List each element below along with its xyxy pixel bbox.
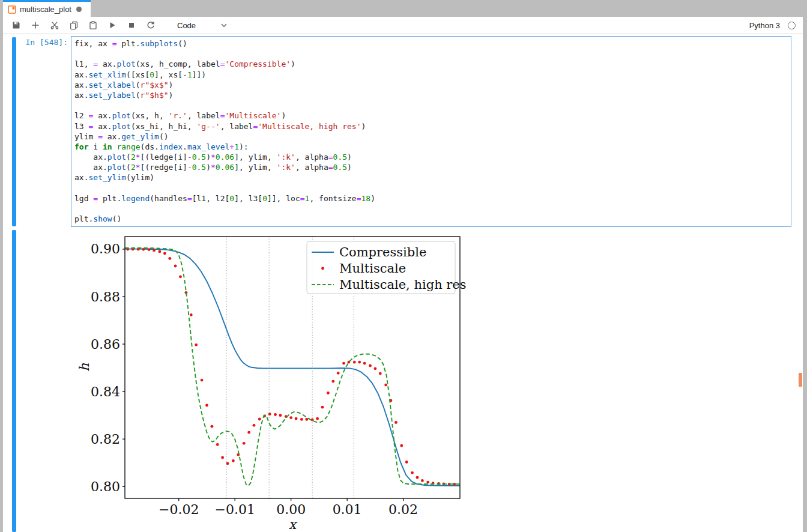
notebook-panel: In [548]: fix, ax = plt.subplots()​l1, =… — [3, 34, 803, 532]
save-icon — [11, 20, 21, 30]
kernel-name: Python 3 — [749, 21, 780, 30]
code-line: ​ — [74, 49, 791, 59]
input-collapser[interactable] — [12, 37, 16, 226]
stop-icon — [127, 20, 136, 30]
restart-icon — [146, 20, 156, 30]
legend-label: Compressible — [339, 245, 426, 259]
tab-title: multiscale_plot — [20, 5, 71, 14]
notebook-icon — [8, 5, 16, 14]
x-tick-label: 0.02 — [388, 502, 418, 517]
code-line: ax.set_xlim([xs[0], xs[-1]]) — [74, 70, 791, 80]
insert-cell-button[interactable] — [28, 18, 43, 32]
code-line: ax.set_xlabel(r"$x$") — [74, 80, 791, 90]
code-line: ​ — [74, 100, 791, 110]
code-line: lgd = plt.legend(handles=[l1, l2[0], l3[… — [74, 193, 791, 204]
restart-kernel-button[interactable] — [144, 18, 158, 32]
copy-cells-button[interactable] — [67, 18, 81, 32]
output-collapser[interactable] — [12, 230, 16, 532]
code-editor[interactable]: fix, ax = plt.subplots()​l1, = ax.plot(x… — [71, 36, 791, 227]
y-tick-label: 0.88 — [91, 289, 120, 304]
y-tick-label: 0.86 — [91, 337, 120, 352]
scrollbar-marker — [799, 373, 802, 387]
cell-type-dropdown[interactable]: Code — [176, 19, 229, 32]
kernel-indicator[interactable]: Python 3 — [749, 17, 796, 34]
x-tick-label: 0.01 — [333, 502, 362, 517]
code-line: ​ — [74, 183, 791, 193]
scissors-icon — [50, 20, 59, 30]
code-line: ​ — [74, 204, 791, 214]
kernel-status-icon — [788, 22, 796, 29]
code-line: ax.plot(2*[(ledge[i]-0.5)*0.06], ylim, '… — [74, 152, 791, 162]
code-line: fix, ax = plt.subplots() — [74, 38, 791, 49]
legend-label: Multiscale — [339, 261, 406, 276]
code-line: l2 = ax.plot(xs, h, 'r.', label='Multisc… — [74, 110, 791, 121]
code-line: ax.plot(2*[(redge[i]-0.5)*0.06], ylim, '… — [74, 162, 791, 172]
output-figure: 0.900.880.860.840.820.80−0.02−0.010.000.… — [77, 236, 467, 532]
x-tick-label: 0.00 — [276, 502, 306, 517]
x-tick-label: −0.02 — [159, 502, 199, 517]
y-tick-label: 0.80 — [91, 479, 120, 494]
code-line: ax.set_ylim(ylim) — [74, 172, 791, 183]
tab-multiscale-plot[interactable]: multiscale_plot — [3, 0, 91, 17]
copy-icon — [69, 20, 79, 30]
jupyterlab-window: multiscale_plot — [3, 0, 803, 532]
unsaved-changes-dot — [76, 7, 82, 12]
figure-canvas: 0.900.880.860.840.820.80−0.02−0.010.000.… — [77, 236, 467, 532]
notebook-toolbar: Code Python 3 — [3, 17, 803, 34]
y-tick-label: 0.84 — [91, 384, 120, 399]
cell-type-value: Code — [177, 21, 196, 30]
run-cell-button[interactable] — [105, 18, 119, 32]
input-prompt: In [548]: — [3, 38, 68, 47]
legend-label: Multiscale, high res — [339, 277, 467, 292]
paste-cells-button[interactable] — [86, 18, 100, 32]
clipboard-icon — [88, 20, 98, 30]
code-line: ax.set_ylabel(r"$h$") — [74, 90, 791, 100]
cut-cells-button[interactable] — [47, 18, 62, 32]
legend: CompressibleMultiscaleMultiscale, high r… — [307, 241, 467, 294]
run-icon — [107, 20, 117, 30]
y-tick-label: 0.90 — [91, 241, 120, 256]
interrupt-kernel-button[interactable] — [124, 18, 139, 32]
x-tick-label: −0.01 — [214, 502, 255, 517]
code-line: for i in range(ds.index.max_level+1): — [74, 142, 791, 152]
plus-icon — [31, 20, 40, 30]
code-line: l1, = ax.plot(xs, h_comp, label='Compres… — [74, 59, 791, 69]
save-button[interactable] — [9, 18, 23, 32]
chevron-down-icon — [220, 22, 228, 29]
code-line: ylim = ax.get_ylim() — [74, 131, 791, 142]
y-axis-label: h — [77, 363, 92, 372]
y-tick-label: 0.82 — [91, 432, 120, 447]
tab-bar: multiscale_plot — [3, 0, 803, 17]
code-line: plt.show() — [74, 214, 791, 224]
code-line: l3 = ax.plot(xs_hi, h_hi, 'g--', label='… — [74, 121, 791, 131]
